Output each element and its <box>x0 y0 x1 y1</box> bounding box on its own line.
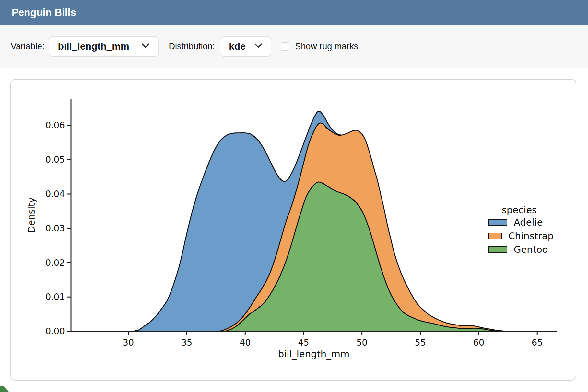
distribution-select-value: kde <box>229 41 246 52</box>
variable-select-value: bill_length_mm <box>58 41 129 52</box>
page-title: Penguin Bills <box>12 7 76 18</box>
legend-swatch-adelie <box>488 219 507 226</box>
legend-title: species <box>485 204 554 215</box>
variable-select[interactable]: bill_length_mm <box>49 36 159 57</box>
distribution-select[interactable]: kde <box>220 36 271 57</box>
legend-label-adelie: Adelie <box>514 217 543 228</box>
legend-item-chinstrap: Chinstrap <box>485 229 554 243</box>
chevron-down-icon <box>254 43 262 50</box>
legend-item-gentoo: Gentoo <box>485 243 554 256</box>
distribution-label: Distribution: <box>169 42 215 52</box>
legend-item-adelie: Adelie <box>485 215 554 229</box>
show-rug-checkbox[interactable] <box>281 42 289 51</box>
show-rug-label: Show rug marks <box>295 42 358 52</box>
variable-label: Variable: <box>11 42 45 52</box>
legend-swatch-chinstrap <box>488 233 502 239</box>
chart-legend: species Adelie Chinstrap Gentoo <box>485 204 554 256</box>
toolbar: Variable: bill_length_mm Distribution: k… <box>0 25 588 68</box>
app-header: Penguin Bills <box>0 0 588 25</box>
chevron-down-icon <box>142 43 149 50</box>
legend-swatch-gentoo <box>488 246 507 253</box>
legend-label-gentoo: Gentoo <box>514 244 548 255</box>
legend-label-chinstrap: Chinstrap <box>508 230 554 241</box>
corner-decoration <box>0 384 10 392</box>
